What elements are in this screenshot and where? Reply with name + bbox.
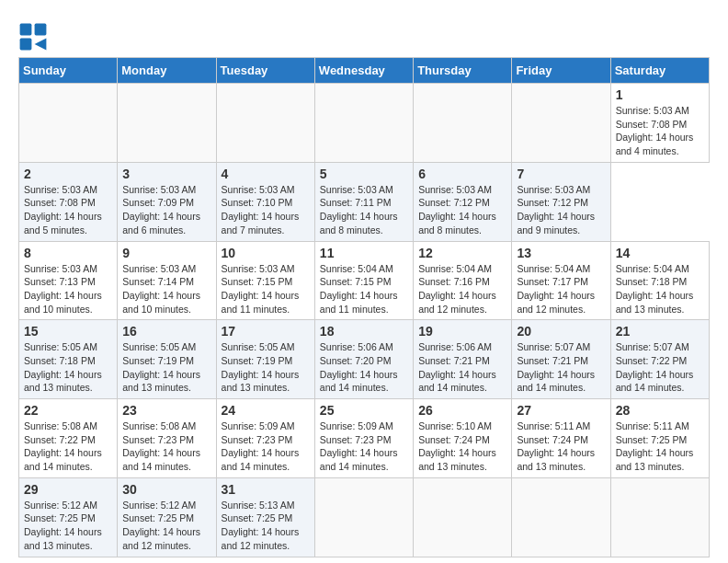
calendar-week-row: 2 Sunrise: 5:03 AMSunset: 7:08 PMDayligh… bbox=[19, 162, 710, 241]
calendar-day-cell: 16 Sunrise: 5:05 AMSunset: 7:19 PMDaylig… bbox=[118, 320, 216, 399]
day-number: 10 bbox=[222, 246, 310, 260]
day-number: 22 bbox=[24, 403, 112, 418]
day-info: Sunrise: 5:04 AMSunset: 7:18 PMDaylight:… bbox=[616, 262, 704, 316]
calendar-week-row: 8 Sunrise: 5:03 AMSunset: 7:13 PMDayligh… bbox=[19, 241, 710, 320]
day-number: 29 bbox=[24, 482, 112, 497]
calendar-day-cell: 4 Sunrise: 5:03 AMSunset: 7:10 PMDayligh… bbox=[216, 162, 314, 241]
day-number: 31 bbox=[222, 482, 310, 497]
calendar-day-cell bbox=[314, 477, 413, 557]
day-number: 23 bbox=[122, 403, 210, 418]
day-number: 28 bbox=[616, 403, 704, 418]
day-number: 27 bbox=[517, 403, 605, 418]
day-info: Sunrise: 5:03 AMSunset: 7:13 PMDaylight:… bbox=[24, 262, 112, 316]
logo bbox=[18, 22, 51, 52]
day-number: 18 bbox=[320, 324, 408, 339]
calendar-day-cell: 21 Sunrise: 5:07 AMSunset: 7:22 PMDaylig… bbox=[610, 320, 709, 399]
calendar-day-cell: 10 Sunrise: 5:03 AMSunset: 7:15 PMDaylig… bbox=[216, 241, 314, 320]
day-info: Sunrise: 5:03 AMSunset: 7:15 PMDaylight:… bbox=[222, 262, 310, 316]
day-number: 25 bbox=[320, 403, 408, 418]
calendar-day-cell: 27 Sunrise: 5:11 AMSunset: 7:24 PMDaylig… bbox=[512, 399, 610, 478]
calendar-day-cell: 17 Sunrise: 5:05 AMSunset: 7:19 PMDaylig… bbox=[216, 320, 314, 399]
day-of-week-header: Wednesday bbox=[314, 58, 413, 84]
day-info: Sunrise: 5:09 AMSunset: 7:23 PMDaylight:… bbox=[222, 419, 310, 474]
day-of-week-header: Tuesday bbox=[216, 58, 314, 84]
calendar-day-cell: 25 Sunrise: 5:09 AMSunset: 7:23 PMDaylig… bbox=[314, 399, 413, 478]
day-info: Sunrise: 5:09 AMSunset: 7:23 PMDaylight:… bbox=[320, 419, 408, 474]
calendar-day-cell: 6 Sunrise: 5:03 AMSunset: 7:12 PMDayligh… bbox=[414, 162, 512, 241]
svg-rect-1 bbox=[35, 24, 47, 36]
day-info: Sunrise: 5:05 AMSunset: 7:19 PMDaylight:… bbox=[122, 340, 210, 395]
calendar-day-cell: 29 Sunrise: 5:12 AMSunset: 7:25 PMDaylig… bbox=[19, 477, 118, 557]
day-info: Sunrise: 5:11 AMSunset: 7:25 PMDaylight:… bbox=[616, 419, 704, 474]
day-number: 2 bbox=[24, 167, 112, 181]
day-number: 5 bbox=[320, 167, 408, 181]
calendar-day-cell: 2 Sunrise: 5:03 AMSunset: 7:08 PMDayligh… bbox=[19, 162, 118, 241]
calendar-table: SundayMondayTuesdayWednesdayThursdayFrid… bbox=[18, 57, 710, 557]
calendar-day-cell: 19 Sunrise: 5:06 AMSunset: 7:21 PMDaylig… bbox=[414, 320, 512, 399]
calendar-day-cell: 12 Sunrise: 5:04 AMSunset: 7:16 PMDaylig… bbox=[414, 241, 512, 320]
day-number: 3 bbox=[122, 167, 210, 181]
calendar-day-cell: 31 Sunrise: 5:13 AMSunset: 7:25 PMDaylig… bbox=[216, 477, 314, 557]
day-number: 4 bbox=[222, 167, 310, 181]
day-number: 15 bbox=[24, 324, 112, 339]
day-info: Sunrise: 5:12 AMSunset: 7:25 PMDaylight:… bbox=[122, 499, 210, 553]
day-info: Sunrise: 5:05 AMSunset: 7:19 PMDaylight:… bbox=[222, 340, 310, 395]
calendar-day-cell bbox=[414, 84, 512, 163]
calendar-day-cell bbox=[216, 84, 314, 163]
day-info: Sunrise: 5:12 AMSunset: 7:25 PMDaylight:… bbox=[24, 499, 112, 553]
calendar-day-cell: 3 Sunrise: 5:03 AMSunset: 7:09 PMDayligh… bbox=[118, 162, 216, 241]
calendar-day-cell: 14 Sunrise: 5:04 AMSunset: 7:18 PMDaylig… bbox=[610, 241, 709, 320]
day-of-week-header: Sunday bbox=[19, 58, 118, 84]
day-number: 13 bbox=[517, 246, 605, 260]
day-of-week-header: Friday bbox=[512, 58, 610, 84]
day-number: 20 bbox=[517, 324, 605, 339]
calendar-day-cell: 1 Sunrise: 5:03 AMSunset: 7:08 PMDayligh… bbox=[610, 84, 709, 163]
day-number: 9 bbox=[122, 246, 210, 260]
calendar-day-cell: 13 Sunrise: 5:04 AMSunset: 7:17 PMDaylig… bbox=[512, 241, 610, 320]
svg-marker-3 bbox=[35, 39, 47, 51]
calendar-day-cell: 22 Sunrise: 5:08 AMSunset: 7:22 PMDaylig… bbox=[19, 399, 118, 478]
day-number: 26 bbox=[418, 403, 506, 418]
day-number: 14 bbox=[616, 246, 704, 260]
calendar-day-cell: 8 Sunrise: 5:03 AMSunset: 7:13 PMDayligh… bbox=[19, 241, 118, 320]
day-info: Sunrise: 5:03 AMSunset: 7:14 PMDaylight:… bbox=[122, 262, 210, 316]
calendar-day-cell bbox=[314, 84, 413, 163]
day-number: 7 bbox=[517, 167, 605, 181]
calendar-day-cell: 24 Sunrise: 5:09 AMSunset: 7:23 PMDaylig… bbox=[216, 399, 314, 478]
calendar-day-cell bbox=[512, 84, 610, 163]
day-number: 30 bbox=[122, 482, 210, 497]
calendar-header-row: SundayMondayTuesdayWednesdayThursdayFrid… bbox=[19, 58, 710, 84]
calendar-day-cell: 5 Sunrise: 5:03 AMSunset: 7:11 PMDayligh… bbox=[314, 162, 413, 241]
logo-icon bbox=[18, 22, 48, 52]
page-header bbox=[18, 18, 710, 52]
day-info: Sunrise: 5:03 AMSunset: 7:12 PMDaylight:… bbox=[517, 183, 605, 237]
day-info: Sunrise: 5:04 AMSunset: 7:15 PMDaylight:… bbox=[320, 262, 408, 316]
day-of-week-header: Monday bbox=[118, 58, 216, 84]
day-info: Sunrise: 5:07 AMSunset: 7:22 PMDaylight:… bbox=[616, 340, 704, 395]
day-info: Sunrise: 5:04 AMSunset: 7:17 PMDaylight:… bbox=[517, 262, 605, 316]
calendar-day-cell: 7 Sunrise: 5:03 AMSunset: 7:12 PMDayligh… bbox=[512, 162, 610, 241]
day-number: 11 bbox=[320, 246, 408, 260]
calendar-day-cell: 30 Sunrise: 5:12 AMSunset: 7:25 PMDaylig… bbox=[118, 477, 216, 557]
calendar-day-cell: 15 Sunrise: 5:05 AMSunset: 7:18 PMDaylig… bbox=[19, 320, 118, 399]
calendar-day-cell bbox=[414, 477, 512, 557]
day-info: Sunrise: 5:03 AMSunset: 7:12 PMDaylight:… bbox=[418, 183, 506, 237]
day-number: 16 bbox=[122, 324, 210, 339]
day-info: Sunrise: 5:03 AMSunset: 7:11 PMDaylight:… bbox=[320, 183, 408, 237]
day-number: 1 bbox=[616, 87, 704, 102]
day-info: Sunrise: 5:08 AMSunset: 7:22 PMDaylight:… bbox=[24, 419, 112, 474]
day-number: 12 bbox=[418, 246, 506, 260]
day-number: 24 bbox=[222, 403, 310, 418]
day-number: 19 bbox=[418, 324, 506, 339]
day-info: Sunrise: 5:03 AMSunset: 7:08 PMDaylight:… bbox=[24, 183, 112, 237]
day-number: 6 bbox=[418, 167, 506, 181]
calendar-day-cell bbox=[512, 477, 610, 557]
calendar-day-cell bbox=[19, 84, 118, 163]
calendar-week-row: 1 Sunrise: 5:03 AMSunset: 7:08 PMDayligh… bbox=[19, 84, 710, 163]
day-number: 21 bbox=[616, 324, 704, 339]
day-info: Sunrise: 5:11 AMSunset: 7:24 PMDaylight:… bbox=[517, 419, 605, 474]
svg-rect-2 bbox=[20, 39, 32, 51]
calendar-day-cell: 11 Sunrise: 5:04 AMSunset: 7:15 PMDaylig… bbox=[314, 241, 413, 320]
calendar-day-cell: 9 Sunrise: 5:03 AMSunset: 7:14 PMDayligh… bbox=[118, 241, 216, 320]
day-info: Sunrise: 5:10 AMSunset: 7:24 PMDaylight:… bbox=[418, 419, 506, 474]
